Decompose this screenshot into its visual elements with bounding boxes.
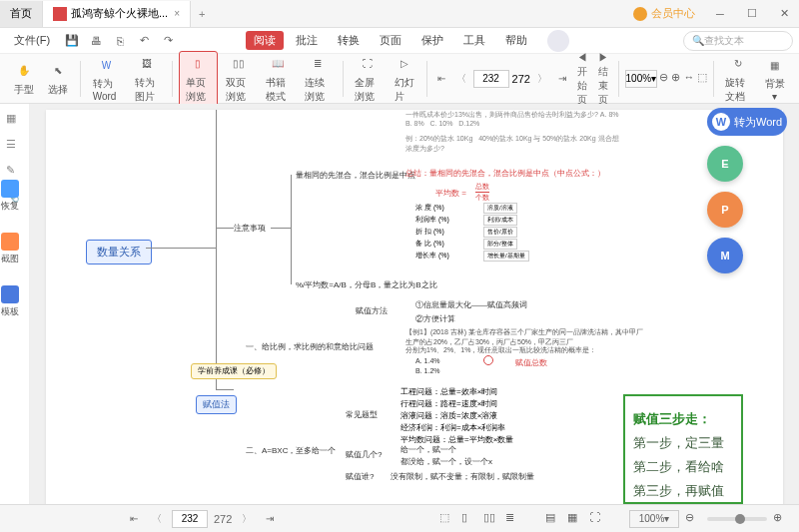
how-2: 都没给，赋一个，设一个x	[400, 456, 492, 467]
search-input[interactable]: 🔍 查找文本	[683, 31, 793, 51]
page-input[interactable]	[473, 70, 509, 88]
single-page[interactable]: ▯单页浏览	[179, 51, 219, 107]
sb-zoom-in[interactable]: ⊕	[773, 511, 789, 527]
end-page[interactable]: ▶ 结束页	[594, 49, 612, 109]
last-page[interactable]: ⇥	[554, 71, 570, 86]
menu-tools[interactable]: 工具	[455, 31, 493, 50]
green-l3: 第三步，再赋值	[633, 482, 733, 500]
zoom-in-icon[interactable]: ⊕	[671, 71, 681, 87]
minimize-button[interactable]: ─	[705, 0, 735, 28]
sb-page-input[interactable]	[172, 510, 208, 528]
mindmap-root: 数量关系	[86, 240, 152, 265]
float-excel[interactable]: E	[707, 146, 743, 182]
sb-zoom[interactable]: 100% ▾	[629, 510, 679, 528]
member-center[interactable]: 会员中心	[625, 6, 703, 21]
continuous[interactable]: ≣连续浏览	[299, 52, 337, 106]
zoom-slider[interactable]	[707, 517, 767, 521]
tab-doc-label: 孤鸿寄鲸个火裸地...	[71, 6, 168, 21]
sb-prev[interactable]: 〈	[148, 510, 166, 528]
undo-icon[interactable]: ↶	[134, 31, 154, 51]
next-page[interactable]: 〉	[533, 70, 551, 88]
section-2: 二、A=BXC，至多给一个	[246, 445, 336, 456]
tab-home[interactable]: 首页	[0, 1, 43, 27]
sb-last[interactable]: ⇥	[262, 511, 278, 526]
close-button[interactable]: ✕	[769, 0, 799, 28]
float-ppt[interactable]: P	[707, 192, 743, 228]
select-tool[interactable]: ⬉选择	[42, 59, 74, 99]
menu-file[interactable]: 文件(F)	[6, 31, 58, 50]
sb-layout1-icon[interactable]: ▯	[461, 511, 477, 527]
sb-next[interactable]: 〉	[238, 510, 256, 528]
close-icon[interactable]: ×	[174, 8, 180, 19]
camera-icon	[1, 233, 19, 251]
document-page: 数量关系 注意事项 量相同的先混合，混合比例是中点 %/平均数=A/B，分母B，…	[46, 110, 783, 504]
green-title: 赋值三步走：	[633, 410, 733, 428]
fit-width-icon[interactable]: ↔	[684, 71, 695, 87]
bg-icon: ▦	[765, 55, 785, 75]
float-more[interactable]: M	[707, 238, 743, 273]
hand-icon: ✋	[14, 61, 34, 81]
opt-b: B. 1.2%	[415, 367, 440, 374]
float-buttons: W转为Word E P M	[707, 108, 787, 273]
slide-icon: ▷	[395, 54, 414, 74]
to-word[interactable]: W转为Word	[87, 53, 127, 104]
template-tool[interactable]: 模板	[0, 285, 20, 318]
thumbnails-icon[interactable]: ▦	[6, 112, 24, 130]
redo-icon[interactable]: ↷	[158, 31, 178, 51]
fullscreen-icon: ⛶	[358, 54, 378, 74]
word-badge-icon: W	[712, 113, 730, 131]
menu-convert[interactable]: 转换	[330, 31, 368, 50]
sb-view2-icon[interactable]: ▦	[567, 511, 583, 527]
statusbar: ⇤ 〈 272 〉 ⇥ ⬚ ▯ ▯▯ ≣ ▤ ▦ ⛶ 100% ▾ ⊖ ⊕	[0, 504, 799, 532]
background[interactable]: ▦背景 ▾	[759, 53, 791, 104]
double-page[interactable]: ▯▯双页浏览	[220, 52, 258, 106]
save-icon[interactable]: 💾	[62, 31, 82, 51]
print-icon[interactable]: 🖶	[86, 31, 106, 51]
to-image[interactable]: 🖼转为图片	[129, 52, 167, 106]
bookmarks-icon[interactable]: ☰	[6, 138, 24, 156]
menu-annotate[interactable]: 批注	[288, 31, 326, 50]
maximize-button[interactable]: ☐	[737, 0, 767, 28]
fullscreen[interactable]: ⛶全屏浏览	[349, 52, 387, 106]
menu-help[interactable]: 帮助	[497, 31, 535, 50]
green-callout: 赋值三步走： 第一步，定三量 第二步，看给啥 第三步，再赋值	[623, 394, 743, 504]
branch1: 量相同的先混合，混合比例是中点	[296, 170, 415, 181]
image-icon: 🖼	[137, 54, 157, 74]
tab-add[interactable]: +	[191, 8, 213, 20]
sb-zoom-out[interactable]: ⊖	[685, 511, 701, 527]
float-to-word[interactable]: W转为Word	[707, 108, 787, 136]
copy-icon[interactable]: ⎘	[110, 31, 130, 51]
menu-protect[interactable]: 保护	[413, 31, 451, 50]
toolbar: ✋手型 ⬉选择 W转为Word 🖼转为图片 ▯单页浏览 ▯▯双页浏览 📖书籍模式…	[0, 54, 799, 104]
red-label: 赋值总数	[515, 357, 547, 368]
book-mode[interactable]: 📖书籍模式	[260, 52, 298, 106]
menu-page[interactable]: 页面	[372, 31, 409, 50]
rotate[interactable]: ↻旋转文档	[719, 52, 757, 106]
sb-view1-icon[interactable]: ▤	[545, 511, 561, 527]
sb-layout2-icon[interactable]: ▯▯	[483, 511, 499, 527]
fit-page-icon[interactable]: ⬚	[697, 71, 707, 87]
example: 【例1】(2018 吉林) 某仓库存容器三个厂家生产的同一品牌洗洁精，其中甲厂生…	[405, 327, 645, 347]
side-tools: 恢复 截图 模板	[0, 180, 20, 318]
sb-fit-icon[interactable]: ⬚	[439, 511, 455, 527]
start-page[interactable]: ◀ 开始页	[573, 49, 591, 109]
zoom-input[interactable]: 100% ▾	[625, 70, 658, 88]
sb-first[interactable]: ⇤	[126, 511, 142, 526]
hand-tool[interactable]: ✋手型	[8, 59, 40, 99]
zoom-out-icon[interactable]: ⊖	[659, 71, 669, 87]
tab-document[interactable]: 孤鸿寄鲸个火裸地... ×	[43, 1, 191, 27]
single-page-icon: ▯	[188, 54, 208, 74]
page-total: 272	[512, 73, 530, 85]
menu-read[interactable]: 阅读	[246, 31, 284, 50]
slideshow[interactable]: ▷幻灯片	[389, 52, 420, 106]
sb-full-icon[interactable]: ⛶	[589, 511, 605, 527]
restore-icon	[1, 180, 19, 198]
prev-page[interactable]: 〈	[452, 70, 470, 88]
screenshot-tool[interactable]: 截图	[0, 233, 20, 266]
section-1: 一、给比例，求比例的和意给比问题	[246, 341, 374, 352]
template-icon	[1, 285, 19, 303]
first-page[interactable]: ⇤	[433, 71, 449, 86]
restore-tool[interactable]: 恢复	[0, 180, 20, 213]
green-l1: 第一步，定三量	[633, 434, 733, 452]
sb-layout3-icon[interactable]: ≣	[505, 511, 521, 527]
